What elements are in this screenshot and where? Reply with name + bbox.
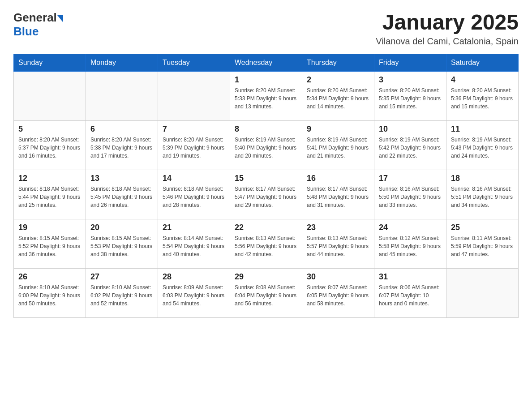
day-info: Sunrise: 8:18 AM Sunset: 5:46 PM Dayligh… [163, 185, 225, 209]
day-info: Sunrise: 8:16 AM Sunset: 5:51 PM Dayligh… [451, 185, 514, 209]
calendar-cell: 3Sunrise: 8:20 AM Sunset: 5:35 PM Daylig… [374, 71, 446, 120]
day-info: Sunrise: 8:17 AM Sunset: 5:48 PM Dayligh… [307, 185, 369, 209]
calendar-cell: 17Sunrise: 8:16 AM Sunset: 5:50 PM Dayli… [374, 170, 446, 219]
calendar-cell: 10Sunrise: 8:19 AM Sunset: 5:42 PM Dayli… [374, 120, 446, 170]
calendar-cell: 5Sunrise: 8:20 AM Sunset: 5:37 PM Daylig… [14, 120, 86, 170]
day-info: Sunrise: 8:19 AM Sunset: 5:43 PM Dayligh… [451, 136, 514, 160]
day-number: 2 [307, 75, 369, 85]
logo: General Blue [13, 11, 63, 39]
calendar-cell: 26Sunrise: 8:10 AM Sunset: 6:00 PM Dayli… [14, 268, 86, 317]
day-info: Sunrise: 8:19 AM Sunset: 5:40 PM Dayligh… [235, 136, 297, 160]
calendar-cell [14, 71, 86, 120]
header-tuesday: Tuesday [158, 54, 230, 71]
calendar-cell: 8Sunrise: 8:19 AM Sunset: 5:40 PM Daylig… [230, 120, 302, 170]
day-info: Sunrise: 8:13 AM Sunset: 5:56 PM Dayligh… [235, 234, 297, 258]
day-number: 11 [451, 124, 514, 134]
day-number: 12 [18, 174, 81, 183]
day-info: Sunrise: 8:11 AM Sunset: 5:59 PM Dayligh… [451, 234, 514, 258]
day-info: Sunrise: 8:20 AM Sunset: 5:33 PM Dayligh… [235, 86, 297, 111]
calendar-week-1: 1Sunrise: 8:20 AM Sunset: 5:33 PM Daylig… [14, 71, 519, 120]
logo-blue-text: Blue [13, 25, 39, 39]
day-number: 27 [90, 272, 153, 282]
header-wednesday: Wednesday [230, 54, 302, 71]
calendar-cell: 12Sunrise: 8:18 AM Sunset: 5:44 PM Dayli… [14, 170, 86, 219]
calendar-cell: 23Sunrise: 8:13 AM Sunset: 5:57 PM Dayli… [302, 219, 374, 268]
day-number: 19 [18, 223, 81, 232]
day-info: Sunrise: 8:16 AM Sunset: 5:50 PM Dayligh… [379, 185, 442, 209]
calendar-cell: 4Sunrise: 8:20 AM Sunset: 5:36 PM Daylig… [446, 71, 519, 120]
day-number: 4 [451, 75, 514, 85]
day-number: 8 [235, 124, 297, 134]
day-info: Sunrise: 8:20 AM Sunset: 5:37 PM Dayligh… [18, 136, 81, 160]
day-number: 1 [235, 75, 297, 85]
page-subtitle: Vilanova del Cami, Catalonia, Spain [376, 36, 519, 47]
calendar-cell: 7Sunrise: 8:20 AM Sunset: 5:39 PM Daylig… [158, 120, 230, 170]
header-saturday: Saturday [446, 54, 519, 71]
calendar-cell: 2Sunrise: 8:20 AM Sunset: 5:34 PM Daylig… [302, 71, 374, 120]
day-number: 16 [307, 174, 369, 183]
calendar-cell: 14Sunrise: 8:18 AM Sunset: 5:46 PM Dayli… [158, 170, 230, 219]
calendar-cell: 30Sunrise: 8:07 AM Sunset: 6:05 PM Dayli… [302, 268, 374, 317]
day-number: 7 [163, 124, 225, 134]
day-number: 6 [90, 124, 153, 134]
calendar-week-5: 26Sunrise: 8:10 AM Sunset: 6:00 PM Dayli… [14, 268, 519, 317]
calendar-cell: 13Sunrise: 8:18 AM Sunset: 5:45 PM Dayli… [86, 170, 158, 219]
day-number: 30 [307, 272, 369, 282]
calendar-cell: 28Sunrise: 8:09 AM Sunset: 6:03 PM Dayli… [158, 268, 230, 317]
day-number: 29 [235, 272, 297, 282]
day-info: Sunrise: 8:08 AM Sunset: 6:04 PM Dayligh… [235, 283, 297, 308]
calendar-cell [446, 268, 519, 317]
calendar-cell: 20Sunrise: 8:15 AM Sunset: 5:53 PM Dayli… [86, 219, 158, 268]
calendar-cell: 31Sunrise: 8:06 AM Sunset: 6:07 PM Dayli… [374, 268, 446, 317]
day-info: Sunrise: 8:20 AM Sunset: 5:35 PM Dayligh… [379, 86, 442, 111]
header-sunday: Sunday [14, 54, 86, 71]
day-info: Sunrise: 8:20 AM Sunset: 5:39 PM Dayligh… [163, 136, 225, 160]
day-info: Sunrise: 8:10 AM Sunset: 6:02 PM Dayligh… [90, 283, 153, 308]
day-number: 28 [163, 272, 225, 282]
title-area: January 2025 Vilanova del Cami, Cataloni… [376, 11, 519, 47]
calendar-cell: 9Sunrise: 8:19 AM Sunset: 5:41 PM Daylig… [302, 120, 374, 170]
calendar-week-2: 5Sunrise: 8:20 AM Sunset: 5:37 PM Daylig… [14, 120, 519, 170]
day-info: Sunrise: 8:17 AM Sunset: 5:47 PM Dayligh… [235, 185, 297, 209]
day-info: Sunrise: 8:07 AM Sunset: 6:05 PM Dayligh… [307, 283, 369, 308]
day-number: 10 [379, 124, 442, 134]
day-number: 20 [90, 223, 153, 232]
day-info: Sunrise: 8:13 AM Sunset: 5:57 PM Dayligh… [307, 234, 369, 258]
day-info: Sunrise: 8:18 AM Sunset: 5:44 PM Dayligh… [18, 185, 81, 209]
day-info: Sunrise: 8:10 AM Sunset: 6:00 PM Dayligh… [18, 283, 81, 308]
day-number: 3 [379, 75, 442, 85]
day-info: Sunrise: 8:14 AM Sunset: 5:54 PM Dayligh… [163, 234, 225, 258]
page-title: January 2025 [376, 11, 519, 34]
header-monday: Monday [86, 54, 158, 71]
day-number: 13 [90, 174, 153, 183]
calendar-cell: 6Sunrise: 8:20 AM Sunset: 5:38 PM Daylig… [86, 120, 158, 170]
calendar-cell: 22Sunrise: 8:13 AM Sunset: 5:56 PM Dayli… [230, 219, 302, 268]
day-number: 5 [18, 124, 81, 134]
day-number: 21 [163, 223, 225, 232]
day-info: Sunrise: 8:19 AM Sunset: 5:41 PM Dayligh… [307, 136, 369, 160]
day-number: 17 [379, 174, 442, 183]
calendar-cell: 29Sunrise: 8:08 AM Sunset: 6:04 PM Dayli… [230, 268, 302, 317]
header-thursday: Thursday [302, 54, 374, 71]
calendar-cell: 21Sunrise: 8:14 AM Sunset: 5:54 PM Dayli… [158, 219, 230, 268]
day-info: Sunrise: 8:15 AM Sunset: 5:52 PM Dayligh… [18, 234, 81, 258]
day-number: 9 [307, 124, 369, 134]
day-info: Sunrise: 8:20 AM Sunset: 5:38 PM Dayligh… [90, 136, 153, 160]
calendar-cell: 25Sunrise: 8:11 AM Sunset: 5:59 PM Dayli… [446, 219, 519, 268]
page-header: General Blue January 2025 Vilanova del C… [13, 11, 519, 47]
calendar-cell: 16Sunrise: 8:17 AM Sunset: 5:48 PM Dayli… [302, 170, 374, 219]
day-info: Sunrise: 8:06 AM Sunset: 6:07 PM Dayligh… [379, 283, 442, 308]
logo-general-text: General [13, 11, 57, 25]
calendar-cell: 18Sunrise: 8:16 AM Sunset: 5:51 PM Dayli… [446, 170, 519, 219]
day-info: Sunrise: 8:20 AM Sunset: 5:34 PM Dayligh… [307, 86, 369, 111]
calendar-cell: 27Sunrise: 8:10 AM Sunset: 6:02 PM Dayli… [86, 268, 158, 317]
day-info: Sunrise: 8:09 AM Sunset: 6:03 PM Dayligh… [163, 283, 225, 308]
calendar-cell [86, 71, 158, 120]
day-number: 25 [451, 223, 514, 232]
calendar-header-row: SundayMondayTuesdayWednesdayThursdayFrid… [14, 54, 519, 71]
day-number: 18 [451, 174, 514, 183]
logo-triangle-icon [57, 15, 63, 22]
calendar-table: SundayMondayTuesdayWednesdayThursdayFrid… [13, 54, 519, 318]
day-number: 15 [235, 174, 297, 183]
calendar-cell [158, 71, 230, 120]
